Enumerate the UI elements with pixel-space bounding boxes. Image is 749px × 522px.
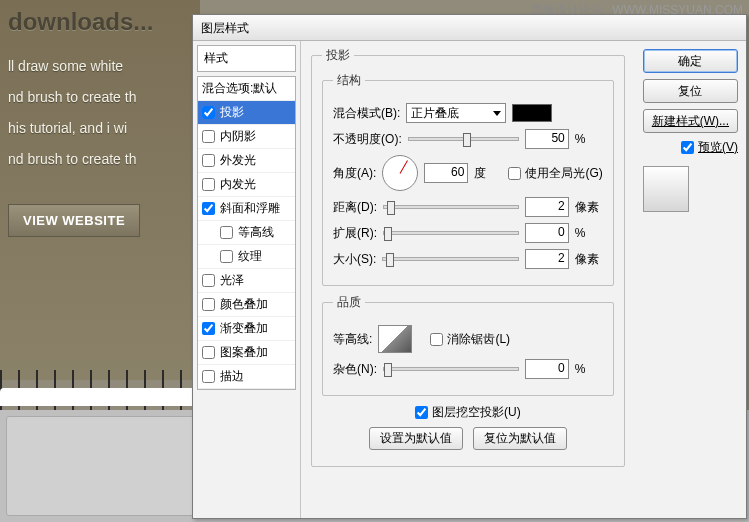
structure-fieldset: 结构 混合模式(B): 正片叠底 不透明度(O): 50 %: [322, 72, 614, 286]
spiral-binding: [0, 370, 200, 410]
global-light-checkbox[interactable]: 使用全局光(G): [508, 165, 602, 182]
quality-fieldset: 品质 等高线: 消除锯齿(L) 杂色(N): 0: [322, 294, 614, 396]
reset-default-button[interactable]: 复位为默认值: [473, 427, 567, 450]
styles-header[interactable]: 样式: [197, 45, 296, 72]
stroke-checkbox[interactable]: [202, 370, 215, 383]
drop-shadow-checkbox[interactable]: [202, 106, 215, 119]
noise-input[interactable]: 0: [525, 359, 569, 379]
style-item-drop-shadow[interactable]: 投影: [198, 101, 295, 125]
angle-dial[interactable]: [382, 155, 418, 191]
spread-slider[interactable]: [383, 231, 519, 235]
distance-slider[interactable]: [383, 205, 519, 209]
styles-list-panel: 样式 混合选项:默认 投影 内阴影 外发光: [193, 41, 301, 518]
spread-input[interactable]: 0: [525, 223, 569, 243]
shadow-color-swatch[interactable]: [512, 104, 552, 122]
size-input[interactable]: 2: [525, 249, 569, 269]
contour-label: 等高线:: [333, 331, 372, 348]
angle-input[interactable]: 60: [424, 163, 468, 183]
style-item-contour[interactable]: 等高线: [198, 221, 295, 245]
noise-label: 杂色(N):: [333, 361, 377, 378]
spread-label: 扩展(R):: [333, 225, 377, 242]
dialog-title[interactable]: 图层样式: [193, 15, 746, 41]
size-label: 大小(S):: [333, 251, 376, 268]
style-item-pattern-overlay[interactable]: 图案叠加: [198, 341, 295, 365]
opacity-slider[interactable]: [408, 137, 519, 141]
style-item-inner-shadow[interactable]: 内阴影: [198, 125, 295, 149]
style-item-gradient-overlay[interactable]: 渐变叠加: [198, 317, 295, 341]
size-slider[interactable]: [382, 257, 518, 261]
settings-panel: 投影 结构 混合模式(B): 正片叠底 不透明度(O):: [301, 41, 635, 518]
section-title: 投影: [322, 47, 354, 64]
distance-label: 距离(D):: [333, 199, 377, 216]
bg-paragraph: ll draw some white nd brush to create th…: [8, 56, 192, 170]
background-website: downloads... ll draw some white nd brush…: [0, 0, 200, 380]
pattern-overlay-checkbox[interactable]: [202, 346, 215, 359]
drop-shadow-fieldset: 投影 结构 混合模式(B): 正片叠底 不透明度(O):: [311, 47, 625, 467]
contour-picker[interactable]: [378, 325, 412, 353]
dialog-buttons: 确定 复位 新建样式(W)... 预览(V): [635, 41, 746, 518]
inner-shadow-checkbox[interactable]: [202, 130, 215, 143]
outer-glow-checkbox[interactable]: [202, 154, 215, 167]
contour-checkbox[interactable]: [220, 226, 233, 239]
knockout-checkbox[interactable]: 图层挖空投影(U): [415, 404, 521, 421]
blending-options-item[interactable]: 混合选项:默认: [198, 77, 295, 101]
style-item-outer-glow[interactable]: 外发光: [198, 149, 295, 173]
bg-heading: downloads...: [8, 8, 192, 36]
blend-mode-label: 混合模式(B):: [333, 105, 400, 122]
bevel-checkbox[interactable]: [202, 202, 215, 215]
satin-checkbox[interactable]: [202, 274, 215, 287]
style-item-texture[interactable]: 纹理: [198, 245, 295, 269]
new-style-button[interactable]: 新建样式(W)...: [643, 109, 738, 133]
ok-button[interactable]: 确定: [643, 49, 738, 73]
distance-input[interactable]: 2: [525, 197, 569, 217]
noise-slider[interactable]: [383, 367, 519, 371]
preview-checkbox[interactable]: 预览(V): [643, 139, 738, 156]
preview-swatch: [643, 166, 689, 212]
chevron-down-icon: [493, 111, 501, 116]
style-item-stroke[interactable]: 描边: [198, 365, 295, 389]
cancel-button[interactable]: 复位: [643, 79, 738, 103]
texture-checkbox[interactable]: [220, 250, 233, 263]
opacity-label: 不透明度(O):: [333, 131, 402, 148]
style-item-bevel[interactable]: 斜面和浮雕: [198, 197, 295, 221]
angle-label: 角度(A):: [333, 165, 376, 182]
inner-glow-checkbox[interactable]: [202, 178, 215, 191]
view-website-button[interactable]: VIEW WEBSITE: [8, 204, 140, 237]
color-overlay-checkbox[interactable]: [202, 298, 215, 311]
set-default-button[interactable]: 设置为默认值: [369, 427, 463, 450]
blend-mode-select[interactable]: 正片叠底: [406, 103, 506, 123]
gradient-overlay-checkbox[interactable]: [202, 322, 215, 335]
style-list: 混合选项:默认 投影 内阴影 外发光 内发光: [197, 76, 296, 390]
style-item-satin[interactable]: 光泽: [198, 269, 295, 293]
antialias-checkbox[interactable]: 消除锯齿(L): [430, 331, 510, 348]
layer-style-dialog: 图层样式 样式 混合选项:默认 投影 内阴影 外发光: [192, 14, 747, 519]
style-item-color-overlay[interactable]: 颜色叠加: [198, 293, 295, 317]
style-item-inner-glow[interactable]: 内发光: [198, 173, 295, 197]
opacity-input[interactable]: 50: [525, 129, 569, 149]
